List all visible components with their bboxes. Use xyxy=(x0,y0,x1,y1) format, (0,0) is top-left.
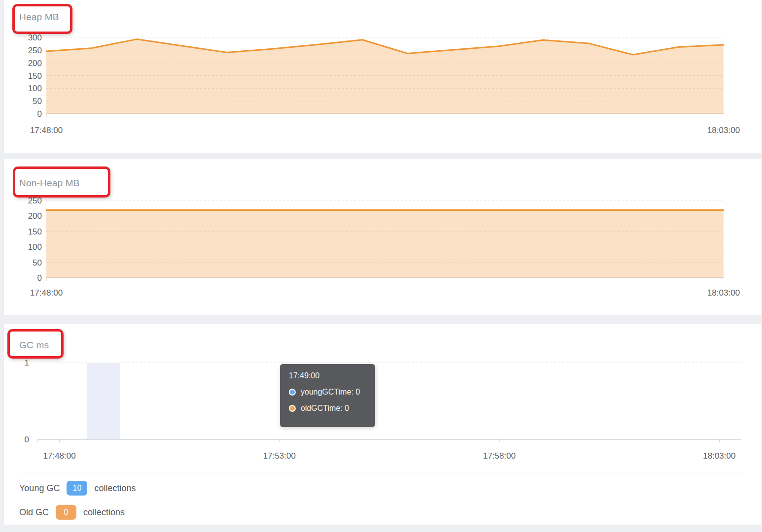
y-tick-label: 150 xyxy=(28,71,42,81)
jvm-gc-dashboard: Heap MB 05010015020025030017:48:0018:03:… xyxy=(0,0,762,532)
young-gc-count-badge: 10 xyxy=(67,481,87,496)
area-fill xyxy=(46,210,724,278)
nonheap-plot: 05010015020025017:48:0018:03:00 xyxy=(28,196,740,298)
x-tick-label: 17:48:00 xyxy=(30,288,63,298)
heap-chart[interactable]: 05010015020025030017:48:0018:03:00 xyxy=(4,0,762,153)
young-gc-summary-row: Young GC 10 collections xyxy=(19,481,136,496)
y-tick-label: 300 xyxy=(28,33,42,42)
area-fill xyxy=(46,39,724,114)
tooltip-old-text: oldGCTime: 0 xyxy=(301,404,349,413)
x-tick-label: 17:48:00 xyxy=(43,451,76,461)
x-tick-label: 17:53:00 xyxy=(263,451,296,461)
tooltip-row-old: oldGCTime: 0 xyxy=(288,404,367,413)
heap-plot: 05010015020025030017:48:0018:03:00 xyxy=(28,33,740,135)
y-tick-label: 250 xyxy=(28,196,42,205)
y-tick-label: 50 xyxy=(33,258,42,267)
x-tick-label: 18:03:00 xyxy=(707,288,740,298)
footer-divider xyxy=(19,473,744,473)
old-gc-dot-icon xyxy=(289,405,296,412)
x-tick-label: 17:48:00 xyxy=(30,126,63,135)
gc-chart[interactable]: 0117:48:0017:53:0017:58:0018:03:00 xyxy=(4,324,762,471)
old-gc-summary-row: Old GC 0 collections xyxy=(19,505,125,520)
hover-band xyxy=(87,363,120,439)
y-tick-label: 200 xyxy=(28,211,42,221)
y-tick-label: 1 xyxy=(25,358,29,367)
x-tick-label: 18:03:00 xyxy=(707,126,740,135)
young-gc-collections-label: collections xyxy=(94,483,136,494)
old-gc-label: Old GC xyxy=(19,507,49,518)
nonheap-panel: Non-Heap MB 05010015020025017:48:0018:03… xyxy=(3,159,762,316)
y-tick-label: 50 xyxy=(33,97,42,106)
y-tick-label: 100 xyxy=(28,84,42,93)
young-gc-label: Young GC xyxy=(19,483,60,494)
tooltip-time: 17:49:00 xyxy=(289,371,367,380)
old-gc-count-badge: 0 xyxy=(56,505,76,520)
y-tick-label: 250 xyxy=(28,46,42,55)
y-tick-label: 0 xyxy=(37,273,42,283)
y-tick-label: 0 xyxy=(25,435,29,444)
young-gc-dot-icon xyxy=(289,389,296,396)
y-tick-label: 150 xyxy=(28,227,42,236)
old-gc-collections-label: collections xyxy=(83,507,125,518)
y-tick-label: 0 xyxy=(37,109,42,119)
tooltip-young-text: youngGCTime: 0 xyxy=(301,388,360,397)
nonheap-chart[interactable]: 05010015020025017:48:0018:03:00 xyxy=(4,159,762,316)
gc-tooltip: 17:49:00 youngGCTime: 0 oldGCTime: 0 xyxy=(280,364,375,427)
gc-panel: GC ms 0117:48:0017:53:0017:58:0018:03:00… xyxy=(3,323,762,525)
x-tick-label: 17:58:00 xyxy=(483,451,516,461)
tooltip-row-young: youngGCTime: 0 xyxy=(288,388,367,397)
x-tick-label: 18:03:00 xyxy=(703,451,735,461)
gc-plot: 0117:48:0017:53:0017:58:0018:03:00 xyxy=(25,358,741,461)
heap-panel: Heap MB 05010015020025030017:48:0018:03:… xyxy=(3,0,762,153)
y-tick-label: 100 xyxy=(28,242,42,252)
y-tick-label: 200 xyxy=(28,59,42,68)
